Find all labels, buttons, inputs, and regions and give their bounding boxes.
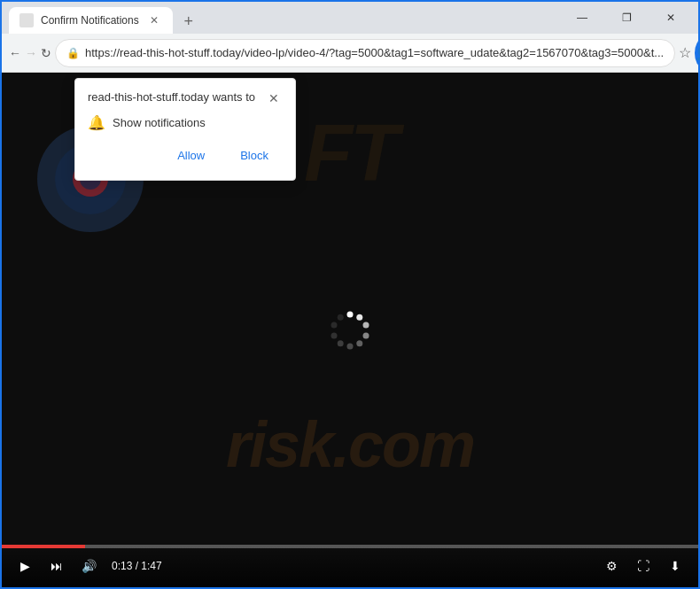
tab-close-button[interactable]: ✕ <box>146 12 162 28</box>
next-button[interactable]: ⏭ <box>44 554 69 578</box>
video-controls: ▶ ⏭ 🔊 0:13 / 1:47 ⚙ ⛶ ⬇ <box>2 545 698 587</box>
reload-button[interactable]: ↻ <box>41 39 51 67</box>
svg-point-4 <box>356 314 362 320</box>
title-bar: Confirm Notifications ✕ + — ❐ ✕ <box>2 2 698 34</box>
restore-button[interactable]: ❐ <box>606 4 647 31</box>
permission-text: Show notifications <box>113 116 206 129</box>
tab-favicon <box>19 13 34 27</box>
progress-bar[interactable] <box>2 545 698 548</box>
profile-icon: 👤 <box>695 46 700 60</box>
tab-strip: Confirm Notifications ✕ + <box>9 2 562 34</box>
close-button[interactable]: ✕ <box>650 4 691 31</box>
content-area: FT <box>2 73 698 587</box>
svg-point-6 <box>363 332 369 338</box>
popup-permission-row: 🔔 Show notifications <box>88 114 283 131</box>
download-button[interactable]: ⬇ <box>663 554 688 578</box>
popup-title: read-this-hot-stuff.today wants to <box>88 89 255 105</box>
block-button[interactable]: Block <box>226 143 283 167</box>
nav-bar: ← → ↻ 🔒 https://read-this-hot-stuff.toda… <box>2 34 698 73</box>
svg-point-11 <box>331 322 338 328</box>
url-text: https://read-this-hot-stuff.today/video-… <box>85 46 664 59</box>
spinner <box>329 309 371 352</box>
watermark-bottom: risk.com <box>2 408 698 481</box>
new-tab-button[interactable]: + <box>176 9 201 34</box>
progress-filled <box>2 545 85 548</box>
bell-icon: 🔔 <box>88 114 105 131</box>
profile-button[interactable]: 👤 <box>695 39 700 67</box>
svg-point-12 <box>338 314 344 320</box>
allow-button[interactable]: Allow <box>163 143 219 167</box>
lock-icon: 🔒 <box>66 47 80 59</box>
tab-title: Confirm Notifications <box>41 14 139 27</box>
svg-point-8 <box>347 343 354 349</box>
fullscreen-button[interactable]: ⛶ <box>631 554 656 578</box>
popup-actions: Allow Block <box>88 143 283 167</box>
active-tab[interactable]: Confirm Notifications ✕ <box>9 7 173 34</box>
svg-point-10 <box>331 332 338 338</box>
svg-rect-0 <box>19 13 34 27</box>
time-display: 0:13 / 1:47 <box>112 560 162 572</box>
popup-close-button[interactable]: ✕ <box>265 89 283 107</box>
svg-point-7 <box>356 340 362 346</box>
minimize-button[interactable]: — <box>562 4 603 31</box>
volume-button[interactable]: 🔊 <box>76 554 101 578</box>
loading-spinner <box>329 309 371 352</box>
browser-window: Confirm Notifications ✕ + — ❐ ✕ ← → ↻ 🔒 … <box>0 0 700 589</box>
bookmark-button[interactable]: ☆ <box>679 39 691 67</box>
notification-popup: read-this-hot-stuff.today wants to ✕ 🔔 S… <box>74 78 296 181</box>
address-bar[interactable]: 🔒 https://read-this-hot-stuff.today/vide… <box>55 39 675 67</box>
popup-header: read-this-hot-stuff.today wants to ✕ <box>88 89 283 107</box>
play-button[interactable]: ▶ <box>12 554 37 578</box>
watermark-top: FT <box>304 108 396 199</box>
svg-point-5 <box>363 322 369 328</box>
forward-button[interactable]: → <box>25 39 37 67</box>
back-button[interactable]: ← <box>9 39 21 67</box>
svg-point-9 <box>338 340 344 346</box>
window-controls: — ❐ ✕ <box>562 4 691 31</box>
settings-button[interactable]: ⚙ <box>599 554 624 578</box>
svg-point-3 <box>347 311 354 317</box>
